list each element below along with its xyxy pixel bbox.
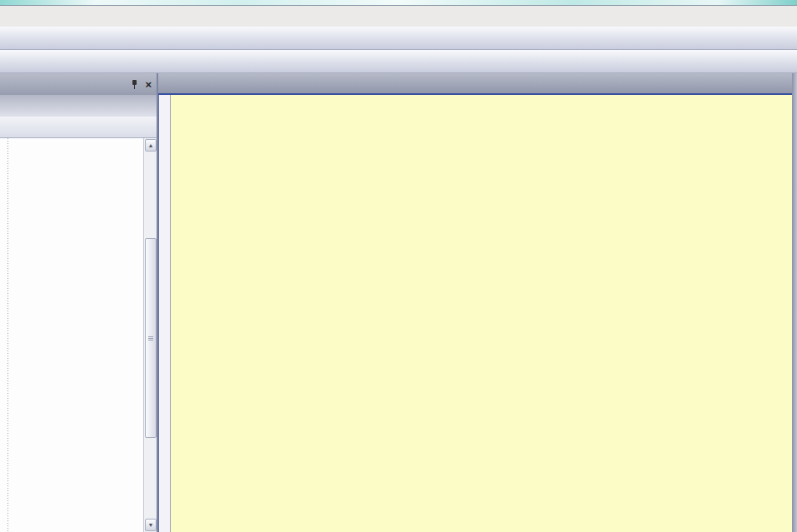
editor-pane (158, 73, 797, 532)
toolbar-secondary (0, 50, 797, 73)
window-right-edge (792, 73, 797, 532)
project-tree[interactable] (0, 138, 143, 532)
menu-bar (0, 6, 797, 27)
auto-hide-pin-icon[interactable] (130, 79, 138, 90)
scrollbar-thumb[interactable] (145, 238, 157, 438)
workspace: × ▲ ▼ (0, 73, 797, 532)
scroll-up-button[interactable]: ▲ (145, 139, 157, 152)
panel-caption: × (0, 73, 157, 95)
panel-toolbar (0, 117, 157, 138)
project-tree-container: ▲ ▼ (0, 138, 157, 532)
tree-scrollbar[interactable]: ▲ ▼ (143, 138, 157, 532)
code-content (171, 95, 797, 532)
application-window: × ▲ ▼ (0, 0, 797, 532)
window-titlebar-sliver (0, 0, 797, 6)
document-tab-bar (158, 73, 797, 95)
scroll-down-button[interactable]: ▼ (145, 519, 157, 531)
editor-gutter (158, 95, 171, 532)
toolbar-main (0, 27, 797, 50)
panel-header-area (0, 95, 157, 117)
st-code-editor[interactable] (158, 95, 797, 532)
close-panel-icon[interactable]: × (145, 79, 152, 90)
project-navigation-panel: × ▲ ▼ (0, 73, 158, 532)
